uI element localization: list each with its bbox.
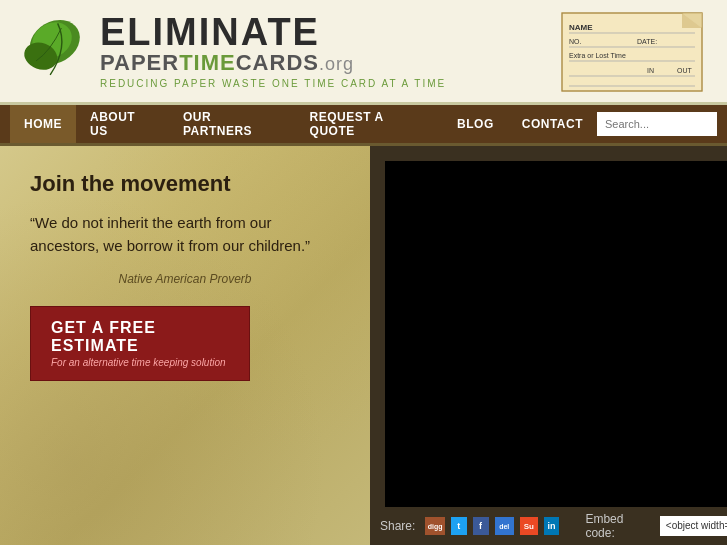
embed-code-field[interactable]: <object width= — [660, 516, 727, 536]
search-input[interactable] — [597, 112, 717, 136]
cta-button[interactable]: GET A FREE ESTIMATE For an alternative t… — [30, 306, 250, 381]
logo-brand-name: ELIMINATE — [100, 13, 446, 51]
cta-main-label: GET A FREE ESTIMATE — [51, 319, 229, 355]
main-nav: HOME ABOUT US OUR PARTNERS REQUEST A QUO… — [0, 105, 727, 143]
share-label: Share: — [380, 519, 415, 533]
svg-text:NAME: NAME — [569, 23, 593, 32]
logo-text: ELIMINATE PAPERTIMECARDS.org REDUCING PA… — [100, 13, 446, 89]
share-twitter-icon[interactable]: t — [451, 517, 467, 535]
share-linkedin-icon[interactable]: in — [544, 517, 560, 535]
nav-item-partners[interactable]: OUR PARTNERS — [169, 105, 296, 143]
svg-text:OUT: OUT — [677, 67, 693, 74]
main-content: Join the movement “We do not inherit the… — [0, 143, 727, 545]
video-embed[interactable] — [385, 161, 727, 507]
share-digg-icon[interactable]: digg — [425, 517, 444, 535]
timecard-image: NAME NO. DATE: Extra or Lost Time IN OUT — [557, 8, 707, 96]
share-facebook-icon[interactable]: f — [473, 517, 489, 535]
share-delicious-icon[interactable]: del — [495, 517, 514, 535]
logo-sub-text: PAPERTIMECARDS.org — [100, 51, 446, 75]
share-bar: Share: digg t f del Su in Embed code: <o… — [370, 507, 727, 545]
hero-right-panel: Share: digg t f del Su in Embed code: <o… — [370, 146, 727, 545]
share-stumble-icon[interactable]: Su — [520, 517, 538, 535]
svg-text:NO.: NO. — [569, 38, 582, 45]
svg-text:DATE:: DATE: — [637, 38, 657, 45]
nav-item-contact[interactable]: CONTACT — [508, 105, 597, 143]
embed-label: Embed code: — [585, 512, 647, 540]
svg-text:IN: IN — [647, 67, 654, 74]
nav-item-blog[interactable]: BLOG — [443, 105, 508, 143]
logo-leaf-icon — [20, 14, 85, 89]
nav-item-home[interactable]: HOME — [10, 105, 76, 143]
hero-quote: “We do not inherit the earth from our an… — [30, 212, 340, 257]
site-header: ELIMINATE PAPERTIMECARDS.org REDUCING PA… — [0, 0, 727, 105]
quote-attribution: Native American Proverb — [30, 272, 340, 286]
cta-sub-label: For an alternative time keeping solution — [51, 357, 229, 368]
hero-left-panel: Join the movement “We do not inherit the… — [0, 146, 370, 545]
svg-text:Extra or Lost Time: Extra or Lost Time — [569, 52, 626, 59]
nav-item-quote[interactable]: REQUEST A QUOTE — [296, 105, 444, 143]
nav-item-about[interactable]: ABOUT US — [76, 105, 169, 143]
logo-tagline: REDUCING PAPER WASTE ONE TIME CARD AT A … — [100, 78, 446, 89]
hero-heading: Join the movement — [30, 171, 340, 197]
